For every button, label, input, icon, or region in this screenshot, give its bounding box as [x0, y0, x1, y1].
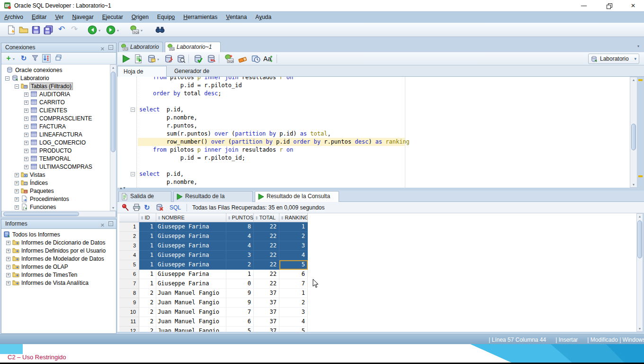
cell-total[interactable]: 37 [254, 308, 279, 317]
tab-overflow-dropdown-icon[interactable]: ▾ [637, 44, 639, 48]
cell-total[interactable]: 22 [254, 260, 279, 270]
cell-total[interactable]: 22 [254, 279, 279, 289]
tree-item-vistas[interactable]: +Vistas [1, 171, 110, 179]
sort-icon[interactable]: ⇕ [226, 216, 232, 220]
expand-icon[interactable]: + [15, 205, 19, 209]
tree-item-temporal[interactable]: +TEMPORAL [1, 155, 110, 163]
menu-equipo[interactable]: Equipo [153, 12, 179, 22]
cell-nombre[interactable]: Giuseppe Farina [156, 232, 226, 241]
save-button[interactable] [31, 25, 41, 35]
cell-ranking[interactable]: 4 [279, 251, 308, 260]
menu-herramientas[interactable]: Herramientas [179, 12, 222, 22]
cell-puntos[interactable]: 8 [226, 222, 254, 232]
cell-id[interactable]: 1 [139, 232, 156, 241]
menu-origen[interactable]: Origen [127, 12, 153, 22]
cell-puntos[interactable]: 0 [226, 279, 254, 289]
change-marker[interactable] [638, 175, 643, 177]
cell-nombre[interactable]: Juan Manuel Fangio [156, 317, 226, 327]
editor-tab-laboratorio[interactable]: SQL Laboratorio ✕ [118, 42, 163, 52]
sql-editor[interactable]: from pilotos p inner join resultados r o… [117, 77, 630, 188]
expand-icon[interactable]: + [24, 125, 28, 129]
cell-total[interactable]: 37 [254, 317, 279, 327]
cell-id[interactable]: 1 [139, 241, 156, 251]
tree-item-informes-definidos-por-el-usuario[interactable]: +Informes Definidos por el Usuario [1, 247, 116, 255]
menu-ejecutar[interactable]: Ejecutar [98, 12, 127, 22]
back-dropdown-icon[interactable]: ▾ [98, 28, 100, 33]
connections-hscrollbar[interactable] [1, 211, 116, 217]
explain-plan-dropdown-icon[interactable]: ▾ [157, 57, 159, 62]
cell-id[interactable]: 2 [139, 308, 156, 317]
editor-tab-laboratorio-1[interactable]: SQL Laboratorio~1 ✕ [165, 42, 221, 53]
results-vscrollbar[interactable]: ▲ ▼ [636, 213, 643, 332]
cell-ranking[interactable]: 7 [279, 279, 308, 289]
tree-item-producto[interactable]: +PRODUCTO [1, 147, 110, 155]
cell-puntos[interactable]: 6 [226, 317, 254, 327]
tree-item-informes-de-diccionario-de-datos[interactable]: +Informes de Diccionario de Datos [1, 239, 116, 247]
change-case-button[interactable]: Aa [263, 54, 273, 64]
forward-dropdown-icon[interactable]: ▾ [117, 28, 119, 33]
code-line[interactable]: −select p.id, [117, 106, 630, 114]
code-line[interactable]: p.nombre, [117, 178, 630, 186]
clear-button[interactable] [238, 54, 247, 64]
sort-button[interactable] [42, 54, 51, 63]
expand-icon[interactable]: + [24, 133, 28, 137]
fold-collapse-icon[interactable]: − [131, 108, 135, 112]
cell-ranking[interactable]: 1 [279, 289, 308, 298]
tab-resultado-consulta-1[interactable]: Resultado de la Consulta 1✕ [255, 191, 339, 202]
expand-icon[interactable]: + [6, 241, 10, 245]
cell-id[interactable]: 1 [139, 260, 156, 270]
cell-total[interactable]: 37 [254, 289, 279, 298]
cell-id[interactable]: 1 [139, 222, 156, 232]
cell-nombre[interactable]: Giuseppe Farina [156, 279, 226, 289]
cell-puntos[interactable]: 4 [226, 232, 254, 241]
cell-total[interactable]: 22 [254, 270, 279, 279]
add-connection-dropdown-icon[interactable]: ▾ [13, 57, 15, 61]
cell-total[interactable]: 22 [254, 251, 279, 260]
tab-resultado-consulta[interactable]: Resultado de la Consulta✕ [173, 191, 253, 202]
explain-plan-button[interactable] [147, 54, 156, 64]
cell-total[interactable]: 22 [254, 232, 279, 241]
tree-item-índices[interactable]: +Índices [1, 179, 110, 187]
cell-id[interactable]: 2 [139, 317, 156, 327]
menu-archivo[interactable]: Archivo [0, 12, 27, 22]
expand-icon[interactable]: + [15, 197, 19, 201]
cell-total[interactable]: 22 [254, 222, 279, 232]
column-header-id[interactable]: ⇕ID [139, 213, 156, 222]
cell-ranking[interactable]: 2 [279, 232, 308, 241]
code-line[interactable]: order by total desc; [117, 90, 630, 98]
tab-generador-de-consultas[interactable]: Generador de Consultas [169, 66, 240, 77]
cell-ranking[interactable]: 5 [279, 260, 308, 270]
expand-icon[interactable]: + [24, 165, 28, 169]
open-folder-button[interactable] [19, 25, 28, 35]
tree-item-comprascliente[interactable]: +COMPRASCLIENTE [1, 115, 110, 123]
autotrace-button[interactable] [164, 54, 173, 64]
sort-icon[interactable]: ⇕ [156, 216, 162, 220]
tree-item-auditoria[interactable]: +AUDITORIA [1, 91, 110, 99]
cell-ranking[interactable]: 1 [279, 222, 308, 232]
cell-total[interactable]: 22 [254, 241, 279, 251]
tree-item-paquetes[interactable]: +Paquetes [1, 187, 110, 195]
cell-total[interactable]: 37 [254, 327, 279, 332]
print-button[interactable] [133, 203, 141, 212]
cell-puntos[interactable]: 7 [226, 308, 254, 317]
cell-nombre[interactable]: Giuseppe Farina [156, 241, 226, 251]
refresh-button[interactable]: ↻ [19, 54, 28, 63]
tree-item-todos-los-informes[interactable]: Todos los Informes [1, 231, 116, 239]
code-line[interactable]: from pilotos p inner join resultados r o… [117, 77, 630, 82]
close-button[interactable]: ✕ [622, 0, 644, 11]
cell-id[interactable]: 2 [139, 289, 156, 298]
expand-icon[interactable]: + [24, 117, 28, 121]
cell-ranking[interactable]: 6 [279, 270, 308, 279]
expand-icon[interactable]: + [6, 257, 10, 261]
cell-id[interactable]: 1 [139, 251, 156, 260]
sort-icon[interactable]: ⇕ [279, 216, 285, 220]
cell-nombre[interactable]: Giuseppe Farina [156, 251, 226, 260]
sort-icon[interactable]: ⇕ [139, 216, 145, 220]
expand-icon[interactable]: + [6, 281, 10, 285]
connection-selector[interactable]: Laboratorio ▾ [588, 54, 639, 64]
search-binoculars-button[interactable] [155, 25, 165, 35]
expand-icon[interactable]: + [24, 149, 28, 153]
refresh-results-button[interactable]: ↻ [144, 203, 152, 212]
collapse-icon[interactable]: − [5, 76, 9, 81]
expand-icon[interactable]: + [6, 265, 10, 269]
